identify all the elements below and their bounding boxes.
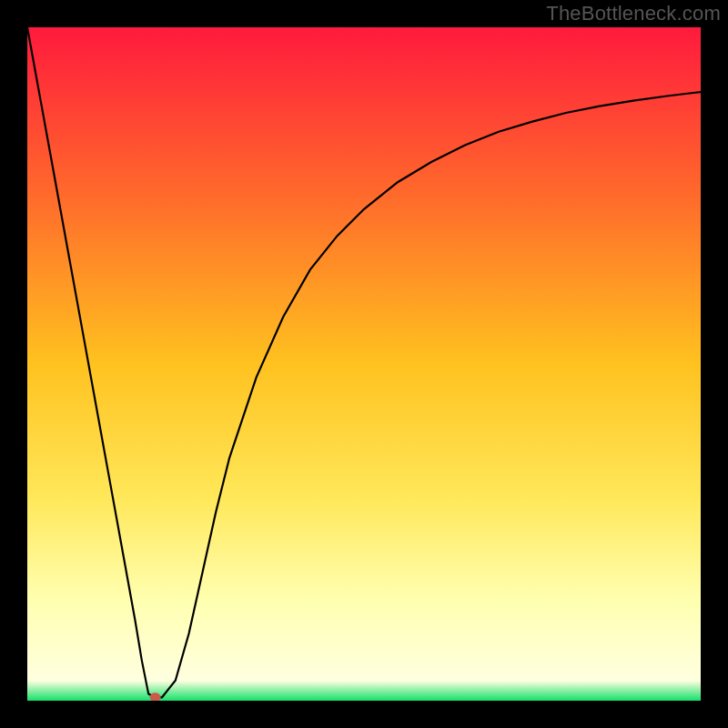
watermark-text: TheBottleneck.com xyxy=(546,2,721,25)
plot-area xyxy=(27,27,701,701)
curve-layer xyxy=(27,27,701,701)
chart-frame: TheBottleneck.com xyxy=(0,0,728,728)
min-point-marker xyxy=(150,693,161,701)
bottleneck-curve xyxy=(27,27,701,697)
